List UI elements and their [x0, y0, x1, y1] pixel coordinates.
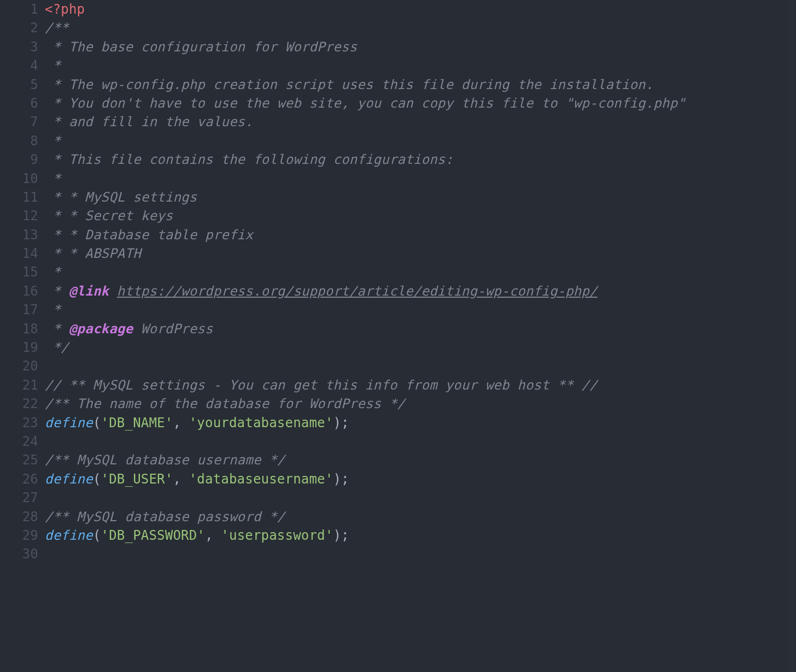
- scrollbar[interactable]: [787, 0, 795, 672]
- code-line[interactable]: [45, 432, 796, 451]
- code-line[interactable]: /**: [45, 19, 796, 37]
- code-token: /**: [45, 20, 69, 36]
- code-token: /** The name of the database for WordPre…: [45, 396, 405, 411]
- code-line[interactable]: * * Database table prefix: [45, 226, 796, 244]
- line-number: 17: [0, 300, 38, 319]
- code-token: WordPress: [133, 321, 213, 337]
- code-token: 'databaseusername': [189, 471, 333, 487]
- code-line[interactable]: define('DB_NAME', 'yourdatabasename');: [45, 414, 796, 432]
- code-line[interactable]: define('DB_USER', 'databaseusername');: [45, 470, 796, 488]
- line-number: 16: [0, 282, 38, 300]
- code-line[interactable]: * You don't have to use the web site, yo…: [45, 94, 796, 113]
- code-token: * * Database table prefix: [45, 227, 253, 243]
- line-number: 13: [0, 226, 38, 244]
- code-line[interactable]: * and fill in the values.: [45, 113, 796, 131]
- line-number: 21: [0, 376, 38, 394]
- code-editor[interactable]: 1234567891011121314151617181920212223242…: [0, 0, 796, 75]
- line-number: 20: [0, 357, 38, 375]
- code-token: @package: [69, 321, 133, 337]
- code-line[interactable]: /** MySQL database username */: [45, 451, 796, 469]
- line-number: 15: [0, 263, 38, 281]
- code-line[interactable]: * This file contains the following confi…: [45, 150, 796, 169]
- line-number: 22: [0, 394, 38, 413]
- code-token: /** MySQL database username */: [45, 452, 285, 468]
- code-line[interactable]: * @package WordPress: [45, 320, 796, 338]
- code-token: * * MySQL settings: [45, 190, 197, 205]
- code-token: define: [45, 471, 93, 487]
- code-token: *: [45, 302, 61, 317]
- code-token: <?php: [45, 2, 85, 17]
- line-number: 28: [0, 508, 38, 526]
- code-area[interactable]: <?php/** * The base configuration for Wo…: [45, 0, 796, 564]
- code-line[interactable]: */: [45, 338, 796, 357]
- line-number: 27: [0, 488, 38, 507]
- line-number-gutter: 1234567891011121314151617181920212223242…: [0, 0, 38, 564]
- code-line[interactable]: [45, 545, 796, 563]
- code-token: * You don't have to use the web site, yo…: [45, 96, 686, 111]
- code-token: // ** MySQL settings - You can get this …: [45, 378, 598, 393]
- line-number: 23: [0, 414, 38, 432]
- code-token: (: [93, 415, 101, 431]
- line-number: 30: [0, 545, 38, 563]
- code-line[interactable]: define('DB_PASSWORD', 'userpassword');: [45, 526, 796, 545]
- code-token: ,: [173, 415, 189, 431]
- line-number: 25: [0, 451, 38, 469]
- code-token: /** MySQL database password */: [45, 509, 285, 524]
- code-token: * This file contains the following confi…: [45, 152, 453, 167]
- code-token: (: [93, 471, 101, 487]
- code-token: );: [333, 415, 349, 431]
- code-token: ,: [173, 471, 189, 487]
- code-line[interactable]: *: [45, 263, 796, 281]
- code-line[interactable]: * * MySQL settings: [45, 188, 796, 207]
- code-line[interactable]: *: [45, 169, 796, 188]
- code-line[interactable]: * The base configuration for WordPress: [45, 38, 796, 56]
- code-token: * * ABSPATH: [45, 246, 141, 261]
- line-number: 24: [0, 432, 38, 451]
- code-line[interactable]: * * ABSPATH: [45, 244, 796, 263]
- code-token: *: [45, 171, 61, 186]
- code-token: 'yourdatabasename': [189, 415, 333, 431]
- line-number: 10: [0, 169, 38, 188]
- line-number: 5: [0, 75, 38, 94]
- code-line[interactable]: [45, 357, 796, 375]
- code-token: define: [45, 415, 93, 431]
- code-line[interactable]: * The wp-config.php creation script uses…: [45, 75, 796, 94]
- code-line[interactable]: * * Secret keys: [45, 207, 796, 225]
- code-token: 'DB_PASSWORD': [101, 528, 205, 543]
- code-token: );: [333, 471, 349, 487]
- code-token: *: [45, 321, 69, 337]
- code-token: @link: [69, 284, 109, 299]
- code-token: * * Secret keys: [45, 208, 173, 223]
- line-number: 8: [0, 132, 38, 150]
- code-line[interactable]: *: [45, 132, 796, 150]
- code-token: * The base configuration for WordPress: [45, 39, 357, 55]
- line-number: 29: [0, 526, 38, 545]
- code-line[interactable]: * @link https://wordpress.org/support/ar…: [45, 282, 796, 300]
- code-token: *: [45, 58, 61, 73]
- code-token: define: [45, 528, 93, 543]
- line-number: 9: [0, 150, 38, 169]
- line-number: 1: [0, 0, 38, 19]
- code-token: (: [93, 528, 101, 543]
- code-token: ,: [205, 528, 221, 543]
- code-line[interactable]: /** The name of the database for WordPre…: [45, 394, 796, 413]
- code-line[interactable]: *: [45, 56, 796, 75]
- code-line[interactable]: // ** MySQL settings - You can get this …: [45, 376, 796, 394]
- code-line[interactable]: <?php: [45, 0, 796, 19]
- line-number: 3: [0, 38, 38, 56]
- code-token: 'DB_NAME': [101, 415, 173, 431]
- code-token: *: [45, 264, 61, 280]
- line-number: 2: [0, 19, 38, 37]
- line-number: 7: [0, 113, 38, 131]
- code-token: );: [333, 528, 349, 543]
- line-number: 6: [0, 94, 38, 113]
- code-line[interactable]: /** MySQL database password */: [45, 508, 796, 526]
- code-line[interactable]: [45, 488, 796, 507]
- line-number: 12: [0, 207, 38, 225]
- code-line[interactable]: *: [45, 300, 796, 319]
- code-token: 'DB_USER': [101, 471, 173, 487]
- line-number: 4: [0, 56, 38, 75]
- line-number: 26: [0, 470, 38, 488]
- code-token: * The wp-config.php creation script uses…: [45, 77, 653, 92]
- code-token: *: [45, 133, 61, 149]
